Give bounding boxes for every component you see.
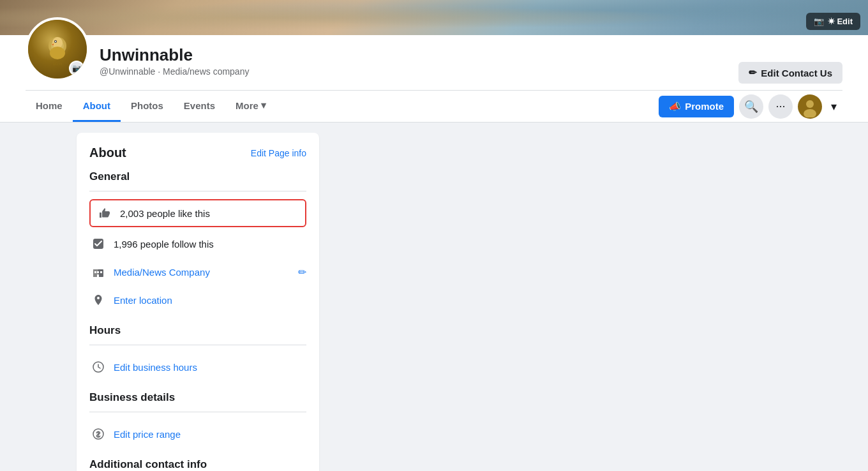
nav-tabs: Home About Photos Events More ▾ 📣 Promot… bbox=[26, 90, 842, 122]
profile-text: Unwinnable @Unwinnable · Media/news comp… bbox=[100, 43, 728, 77]
profile-actions: ✏ Edit Contact Us bbox=[738, 43, 842, 84]
svg-point-9 bbox=[806, 100, 814, 108]
edit-contact-button[interactable]: ✏ Edit Contact Us bbox=[738, 62, 842, 84]
tab-photos[interactable]: Photos bbox=[121, 91, 174, 122]
avatar: SCI-FI 📷 bbox=[26, 17, 89, 81]
business-divider bbox=[89, 412, 306, 412]
megaphone-icon: 📣 bbox=[669, 101, 681, 112]
business-details-label: Business details bbox=[89, 391, 306, 404]
tab-events[interactable]: Events bbox=[174, 91, 225, 122]
svg-rect-16 bbox=[100, 271, 102, 273]
tab-about[interactable]: About bbox=[73, 91, 121, 122]
svg-rect-17 bbox=[97, 274, 99, 277]
follows-row: 1,996 people follow this bbox=[89, 230, 306, 258]
additional-contact-label: Additional contact info bbox=[89, 458, 306, 471]
promote-button[interactable]: 📣 Promote bbox=[659, 96, 734, 117]
pencil-icon: ✏ bbox=[749, 67, 757, 78]
svg-point-6 bbox=[50, 47, 65, 59]
search-button[interactable]: 🔍 bbox=[739, 94, 763, 119]
building-icon bbox=[89, 263, 107, 281]
hours-section-label: Hours bbox=[89, 324, 306, 337]
location-link[interactable]: Enter location bbox=[114, 295, 172, 306]
edit-cover-button[interactable]: 📷 ✷ Edit bbox=[806, 13, 860, 30]
page-subtitle: @Unwinnable · Media/news company bbox=[100, 66, 728, 77]
account-chevron[interactable]: ▾ bbox=[827, 94, 840, 119]
likes-row: 2,003 people like this bbox=[89, 199, 306, 227]
search-icon: 🔍 bbox=[744, 100, 758, 114]
chevron-down-icon: ▾ bbox=[261, 100, 266, 111]
edit-page-info-link[interactable]: Edit Page info bbox=[251, 148, 306, 158]
main-content: About Edit Page info General 2,003 peopl… bbox=[0, 123, 868, 471]
camera-icon: 📷 bbox=[814, 17, 824, 26]
tab-more[interactable]: More ▾ bbox=[225, 91, 276, 122]
hours-divider bbox=[89, 345, 306, 345]
more-options-button[interactable]: ··· bbox=[768, 94, 793, 119]
ellipsis-icon: ··· bbox=[775, 100, 785, 113]
svg-text:SCI-FI: SCI-FI bbox=[53, 62, 63, 66]
follows-count: 1,996 people follow this bbox=[114, 239, 214, 250]
category-row: Media/News Company ✏ bbox=[89, 258, 306, 286]
avatar-camera-icon[interactable]: 📷 bbox=[69, 61, 84, 76]
general-divider bbox=[89, 191, 306, 191]
location-pin-icon bbox=[89, 291, 107, 309]
edit-hours-link[interactable]: Edit business hours bbox=[114, 362, 197, 373]
clock-icon bbox=[89, 358, 107, 376]
edit-category-icon[interactable]: ✏ bbox=[298, 266, 306, 278]
thumbsup-icon bbox=[96, 204, 114, 222]
svg-rect-14 bbox=[94, 271, 96, 273]
about-card: About Edit Page info General 2,003 peopl… bbox=[77, 133, 319, 471]
price-row: Edit price range bbox=[89, 420, 306, 448]
hours-row: Edit business hours bbox=[89, 353, 306, 381]
user-avatar-button[interactable] bbox=[798, 94, 822, 119]
category-link[interactable]: Media/News Company bbox=[114, 267, 210, 278]
about-header: About Edit Page info bbox=[89, 146, 306, 160]
svg-point-4 bbox=[55, 41, 56, 42]
cover-photo: 📷 ✷ Edit bbox=[0, 0, 868, 35]
svg-rect-15 bbox=[97, 271, 99, 273]
edit-price-link[interactable]: Edit price range bbox=[114, 429, 181, 440]
about-panel: About Edit Page info General 2,003 peopl… bbox=[77, 133, 319, 471]
nav-tabs-left: Home About Photos Events More ▾ bbox=[26, 91, 276, 122]
nav-tabs-right: 📣 Promote 🔍 ··· ▾ bbox=[659, 94, 842, 119]
chevron-down-icon: ▾ bbox=[831, 100, 837, 114]
tab-home[interactable]: Home bbox=[26, 91, 73, 122]
profile-section: SCI-FI 📷 Unwinnable @Unwinnable · Media/… bbox=[0, 35, 868, 123]
checkmark-icon bbox=[89, 235, 107, 253]
likes-count: 2,003 people like this bbox=[120, 208, 210, 219]
dollar-icon bbox=[89, 425, 107, 443]
general-section-label: General bbox=[89, 170, 306, 183]
location-row: Enter location bbox=[89, 286, 306, 314]
about-title: About bbox=[89, 146, 126, 160]
page-name: Unwinnable bbox=[100, 45, 728, 65]
